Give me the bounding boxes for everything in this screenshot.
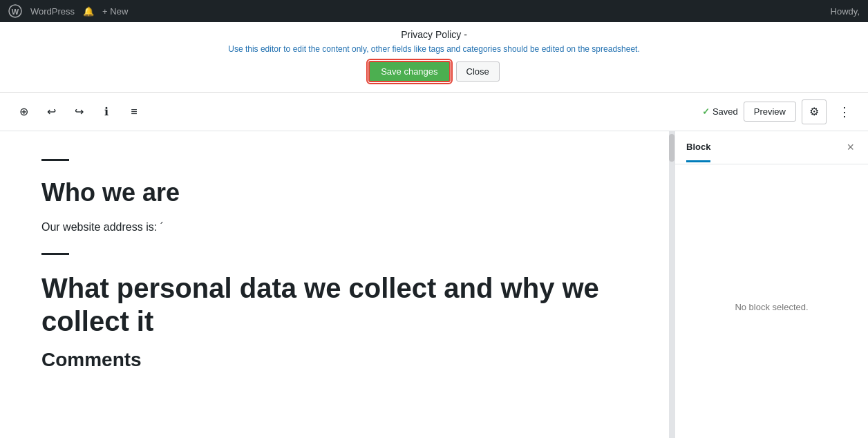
section2-heading: What personal data we collect and why we… bbox=[41, 272, 628, 338]
svg-text:W: W bbox=[12, 8, 19, 16]
list-icon: ≡ bbox=[131, 106, 137, 118]
check-icon: ✓ bbox=[702, 106, 710, 117]
more-icon: ⋮ bbox=[838, 104, 851, 120]
redo-icon: ↪ bbox=[75, 105, 84, 118]
section3-heading: Comments bbox=[41, 349, 628, 371]
block-tab[interactable]: Block bbox=[686, 133, 710, 162]
undo-icon: ↩ bbox=[47, 105, 56, 118]
notification-subtitle: Use this editor to edit the content only… bbox=[0, 44, 868, 54]
add-block-button[interactable]: ⊕ bbox=[11, 99, 36, 124]
preview-button[interactable]: Preview bbox=[744, 102, 796, 122]
close-button[interactable]: Close bbox=[456, 61, 500, 82]
block-panel-content: No block selected. bbox=[675, 164, 868, 438]
info-icon: ℹ bbox=[104, 105, 108, 118]
editor-toolbar: ⊕ ↩ ↪ ℹ ≡ ✓ Saved Preview ⚙ ⋮ bbox=[0, 93, 868, 131]
editor-content[interactable]: Who we are Our website address is: ´ Wha… bbox=[0, 131, 669, 438]
section1-heading: Who we are bbox=[41, 178, 628, 207]
saved-status: ✓ Saved bbox=[702, 106, 738, 117]
wordpress-logo[interactable]: W bbox=[8, 4, 22, 18]
info-button[interactable]: ℹ bbox=[94, 99, 119, 124]
undo-button[interactable]: ↩ bbox=[39, 99, 64, 124]
gear-icon: ⚙ bbox=[809, 105, 819, 118]
toolbar-right: ✓ Saved Preview ⚙ ⋮ bbox=[702, 99, 857, 124]
wordpress-menu-item[interactable]: WordPress bbox=[30, 6, 75, 17]
scrollbar-track[interactable] bbox=[669, 131, 674, 438]
block-panel-header: Block × bbox=[675, 131, 868, 164]
notification-actions: Save changes Close bbox=[0, 61, 868, 82]
block-panel: Block × No block selected. bbox=[674, 131, 868, 438]
content-divider-2 bbox=[41, 253, 69, 255]
no-block-message: No block selected. bbox=[735, 302, 808, 312]
user-howdy: Howdy, bbox=[831, 6, 860, 17]
page-title: Privacy Policy - bbox=[0, 29, 868, 40]
list-view-button[interactable]: ≡ bbox=[122, 99, 147, 124]
save-changes-button[interactable]: Save changes bbox=[368, 61, 450, 82]
notification-banner: Privacy Policy - Use this editor to edit… bbox=[0, 22, 868, 93]
more-options-button[interactable]: ⋮ bbox=[832, 99, 857, 124]
add-icon: ⊕ bbox=[19, 105, 28, 118]
notifications-icon[interactable]: 🔔 bbox=[83, 6, 94, 17]
block-panel-close-button[interactable]: × bbox=[844, 137, 857, 158]
section1-body: Our website address is: ´ bbox=[41, 218, 628, 236]
new-content-button[interactable]: + New bbox=[102, 6, 128, 17]
redo-button[interactable]: ↪ bbox=[66, 99, 91, 124]
admin-bar: W WordPress 🔔 + New Howdy, bbox=[0, 0, 868, 22]
settings-gear-button[interactable]: ⚙ bbox=[802, 99, 827, 124]
scrollbar-thumb[interactable] bbox=[669, 134, 674, 162]
editor-main: Who we are Our website address is: ´ Wha… bbox=[0, 131, 868, 438]
content-divider-1 bbox=[41, 159, 69, 161]
